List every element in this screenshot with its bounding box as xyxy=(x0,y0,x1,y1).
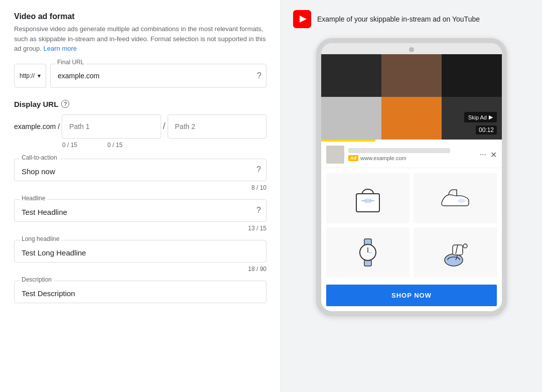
learn-more-link[interactable]: Learn more xyxy=(44,45,77,52)
headline-wrapper: Headline ? xyxy=(14,199,266,222)
long-headline-char-count: 18 / 90 xyxy=(14,266,266,273)
section-desc: Responsive video ads generate multiple a… xyxy=(14,24,266,54)
path1-input[interactable] xyxy=(62,114,161,139)
headline-input[interactable] xyxy=(22,208,259,216)
headline-legend: Headline xyxy=(20,195,47,202)
shoe-icon xyxy=(438,181,473,216)
ad-badge: Ad xyxy=(348,155,358,161)
ad-thumbnail xyxy=(326,146,344,164)
mosaic-cell-2 xyxy=(381,54,442,97)
mosaic-cell-1 xyxy=(321,54,381,97)
skip-ad-button[interactable]: Skip Ad ▶ xyxy=(464,112,497,122)
final-url-wrapper: Final URL ? xyxy=(50,64,266,88)
description-legend: Description xyxy=(20,276,54,283)
cta-char-count: 8 / 10 xyxy=(14,184,266,191)
protocol-select[interactable]: http:// ▾ xyxy=(14,64,46,88)
product-card-bag xyxy=(326,173,410,223)
cta-input[interactable] xyxy=(22,167,259,176)
close-icon[interactable]: ✕ xyxy=(490,150,497,160)
path-counts: 0 / 15 0 / 15 xyxy=(14,142,266,149)
path1-wrapper xyxy=(62,114,161,139)
video-area: Skip Ad ▶ 00:12 xyxy=(321,54,502,140)
youtube-play-icon xyxy=(300,16,307,23)
preview-header: Example of your skippable in-stream ad o… xyxy=(293,10,480,28)
mixer-icon xyxy=(438,235,473,270)
more-options-icon[interactable]: ··· xyxy=(480,150,486,159)
product-card-watch xyxy=(326,227,410,278)
ad-domain: www.example.com xyxy=(360,155,406,161)
display-url-label: Display URL ? xyxy=(14,100,266,108)
ad-actions: ··· ✕ xyxy=(480,150,497,160)
right-panel: Example of your skippable in-stream ad o… xyxy=(281,0,542,392)
cta-help-icon[interactable]: ? xyxy=(256,165,261,174)
phone-mockup: Skip Ad ▶ 00:12 Ad www.example.com ··· ✕ xyxy=(316,38,507,316)
phone-top xyxy=(321,43,502,54)
mosaic-cell-4 xyxy=(321,97,381,140)
description-input[interactable] xyxy=(22,289,259,298)
ad-title-bar xyxy=(348,148,450,153)
headline-char-count: 13 / 15 xyxy=(14,225,266,232)
video-mosaic xyxy=(321,54,502,140)
ad-info-text: Ad www.example.com xyxy=(348,148,476,161)
youtube-icon xyxy=(293,10,311,28)
mosaic-cell-5 xyxy=(381,97,442,140)
headline-help-icon[interactable]: ? xyxy=(256,206,261,215)
left-panel: Video ad format Responsive video ads gen… xyxy=(0,0,281,392)
path2-input[interactable] xyxy=(168,114,266,139)
mosaic-cell-3 xyxy=(442,54,502,97)
svg-point-3 xyxy=(458,199,466,203)
protocol-label: http:// xyxy=(20,72,35,79)
section-title: Video ad format xyxy=(14,12,266,21)
display-url-help-icon[interactable]: ? xyxy=(61,100,69,108)
domain-text: example.com / xyxy=(14,122,60,130)
bag-icon xyxy=(350,181,385,216)
shop-now-button[interactable]: SHOP NOW xyxy=(326,285,497,306)
cta-wrapper: Call-to-action ? xyxy=(14,159,266,181)
long-headline-input[interactable] xyxy=(22,248,259,257)
watch-icon xyxy=(350,235,385,270)
ad-info-row: Ad www.example.com ··· ✕ xyxy=(321,142,502,168)
ad-badge-row: Ad www.example.com xyxy=(348,155,476,161)
path-row: example.com / / xyxy=(14,114,266,139)
long-headline-wrapper: Long headline xyxy=(14,240,266,263)
help-icon-url[interactable]: ? xyxy=(257,71,261,80)
cta-legend: Call-to-action xyxy=(20,154,59,161)
path1-count: 0 / 15 xyxy=(62,142,77,149)
preview-title: Example of your skippable in-stream ad o… xyxy=(317,15,480,23)
video-timer: 00:12 xyxy=(476,125,497,135)
path2-count: 0 / 15 xyxy=(107,142,122,149)
path2-wrapper xyxy=(168,114,266,139)
product-card-shoe xyxy=(414,173,497,223)
svg-rect-0 xyxy=(356,194,379,212)
slash-separator: / xyxy=(163,121,166,132)
description-wrapper: Description xyxy=(14,281,266,303)
chevron-down-icon: ▾ xyxy=(38,72,41,79)
product-card-mixer xyxy=(414,227,497,278)
final-url-label: Final URL xyxy=(55,59,86,66)
long-headline-legend: Long headline xyxy=(20,235,61,242)
product-grid xyxy=(321,168,502,283)
final-url-input[interactable] xyxy=(50,64,266,88)
url-row: http:// ▾ Final URL ? xyxy=(14,64,266,88)
skip-play-icon: ▶ xyxy=(489,114,493,120)
phone-camera xyxy=(409,47,414,52)
svg-point-13 xyxy=(463,244,467,248)
